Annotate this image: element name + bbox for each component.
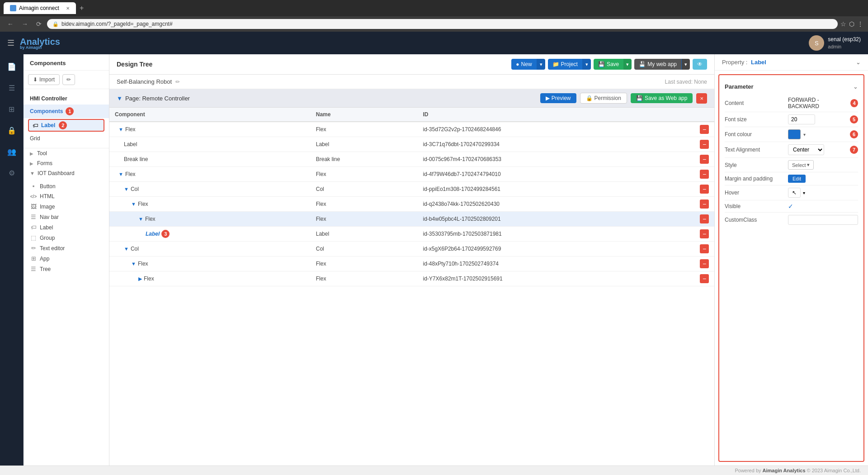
property-collapse-icon[interactable]: ⌄ (856, 59, 861, 66)
iot-dashboard-item[interactable]: ▼ IOT Dashboard (24, 168, 109, 178)
forms-item[interactable]: ▶ Forms (24, 158, 109, 168)
expand-icon-3[interactable]: ▼ (118, 171, 123, 177)
eye-button[interactable]: 👁 (693, 59, 707, 70)
sidebar-icon-list[interactable]: ☰ (4, 81, 20, 95)
row-name-3[interactable]: Flex (311, 167, 418, 182)
bookmark-icon[interactable]: ☆ (840, 20, 846, 28)
delete-row-4[interactable]: − (700, 185, 709, 194)
expand-icon-6[interactable]: ▼ (138, 216, 143, 222)
expand-icon-9[interactable]: ▼ (131, 261, 136, 266)
col-header-id: ID (418, 108, 694, 122)
sidebar-item-components[interactable]: Components 1 (24, 104, 109, 118)
edit-icon-button[interactable]: ✏ (62, 74, 75, 85)
row-name-2[interactable]: Break line (311, 152, 418, 167)
visible-checkbox[interactable]: ✓ (788, 203, 793, 210)
color-arrow-icon[interactable]: ▾ (803, 132, 806, 137)
delete-row-3[interactable]: − (700, 170, 709, 179)
import-button[interactable]: ⬇ Import (28, 74, 60, 85)
tree-item-label[interactable]: 🏷 Label (24, 222, 109, 233)
myweb-arrow-button[interactable]: ▾ (681, 59, 690, 70)
save-button[interactable]: 💾 Save (594, 59, 623, 70)
tree-item-app[interactable]: ⊞ App (24, 253, 109, 264)
tree-item-text-editor[interactable]: ✏ Text editor (24, 243, 109, 253)
sidebar-icon-page[interactable]: 📄 (4, 60, 20, 74)
sidebar-icon-users[interactable]: 👥 (4, 145, 20, 159)
hamburger-icon[interactable]: ☰ (7, 38, 14, 48)
expand-icon-8[interactable]: ▼ (124, 246, 129, 252)
hover-icon-box[interactable]: ↖ (788, 188, 801, 198)
expand-icon-0[interactable]: ▼ (118, 127, 123, 132)
tree-item-image[interactable]: 🖼 Image (24, 201, 109, 212)
content-value: FORWARD - BACKWARD (788, 97, 849, 109)
button-label: Button (40, 183, 56, 190)
color-swatch-blue[interactable] (788, 129, 801, 139)
new-button[interactable]: ● New (511, 59, 536, 70)
tree-item-tree[interactable]: ☰ Tree (24, 264, 109, 274)
delete-row-1[interactable]: − (700, 140, 709, 149)
fontsize-input[interactable] (788, 114, 815, 124)
tool-item[interactable]: ▶ Tool (24, 148, 109, 158)
extensions-icon[interactable]: ⬡ (849, 20, 854, 28)
sidebar-icon-lock[interactable]: 🔒 (4, 124, 20, 138)
margin-edit-button[interactable]: Edit (788, 175, 806, 183)
sidebar-icon-settings[interactable]: ⚙ (4, 166, 20, 180)
row-name-7[interactable]: Label (311, 227, 418, 242)
delete-row-6[interactable]: − (700, 214, 709, 223)
project-arrow-button[interactable]: ▾ (582, 59, 591, 70)
myweb-button[interactable]: 💾 My web app (634, 59, 681, 70)
tree-item-navbar[interactable]: ☰ Nav bar (24, 212, 109, 222)
row-id-1: id-3C71q76dbt-1702470299334 (418, 137, 694, 152)
table-row[interactable]: ▼ Flex Flex id-b4w05pbc4L-1702502809201 … (109, 212, 714, 227)
delete-row-0[interactable]: − (700, 125, 709, 134)
tab-close-icon[interactable]: ✕ (66, 6, 70, 11)
new-tab-button[interactable]: + (80, 4, 84, 12)
tree-table-container[interactable]: Component Name ID ▼ Flex (109, 108, 714, 466)
tree-item-group[interactable]: ⬚ Group (24, 233, 109, 243)
save-arrow-button[interactable]: ▾ (623, 59, 632, 70)
expand-icon-10[interactable]: ▶ (138, 276, 142, 282)
row-name-8[interactable]: Col (311, 242, 418, 256)
delete-row-7[interactable]: − (700, 229, 709, 238)
project-button[interactable]: 📁 Project (548, 59, 582, 70)
preview-button[interactable]: ▶ Preview (540, 93, 576, 103)
close-page-button[interactable]: × (696, 93, 707, 104)
new-arrow-button[interactable]: ▾ (537, 59, 545, 70)
browser-tab[interactable]: Aimagin connect ✕ (4, 2, 76, 14)
nav-refresh-button[interactable]: ⟳ (33, 19, 44, 29)
menu-icon[interactable]: ⋮ (857, 20, 863, 28)
address-bar[interactable]: 🔒 bidev.aimagin.com/?_pageId=_page_amgcn… (47, 19, 838, 29)
customclass-input[interactable] (788, 215, 858, 225)
delete-row-9[interactable]: − (700, 259, 709, 268)
delete-row-5[interactable]: − (700, 200, 709, 209)
footer-powered-by: Powered by (735, 468, 761, 473)
row-name-5[interactable]: Flex (311, 197, 418, 212)
row-name-6[interactable]: Flex (311, 212, 418, 227)
prop-value-fontsize: 5 (788, 114, 858, 124)
save-web-button[interactable]: 💾 Save as Web app (631, 93, 693, 103)
project-edit-icon[interactable]: ✏ (175, 79, 180, 85)
prop-label-visible: Visible (725, 203, 788, 209)
nav-back-button[interactable]: ← (5, 19, 16, 29)
delete-row-8[interactable]: − (700, 244, 709, 253)
delete-row-10[interactable]: − (700, 274, 709, 283)
page-expand-icon[interactable]: ▼ (117, 95, 123, 102)
property-section-collapse[interactable]: ⌄ (853, 83, 858, 90)
row-name-4[interactable]: Col (311, 182, 418, 197)
alignment-select[interactable]: Center Left Right (788, 144, 824, 155)
delete-row-2[interactable]: − (700, 155, 709, 164)
row-name-0[interactable]: Flex (311, 122, 418, 137)
permission-button[interactable]: 🔒 Permission (580, 93, 627, 104)
row-name-1[interactable]: Label (311, 137, 418, 152)
expand-icon-4[interactable]: ▼ (124, 186, 129, 192)
tree-item-button[interactable]: ▪ Button (24, 181, 109, 191)
sidebar-item-grid[interactable]: Grid (24, 133, 109, 144)
expand-icon-5[interactable]: ▼ (131, 201, 136, 207)
nav-forward-button[interactable]: → (19, 19, 31, 29)
style-select-button[interactable]: Select ▾ (788, 160, 814, 170)
row-name-9[interactable]: Flex (311, 256, 418, 271)
sidebar-icon-layout[interactable]: ⊞ (4, 102, 20, 116)
tree-item-html[interactable]: </> HTML (24, 191, 109, 201)
sidebar-item-label[interactable]: 🏷 Label 2 (28, 119, 104, 132)
row-name-10[interactable]: Flex (311, 271, 418, 286)
hover-arrow[interactable]: ▾ (803, 190, 805, 195)
